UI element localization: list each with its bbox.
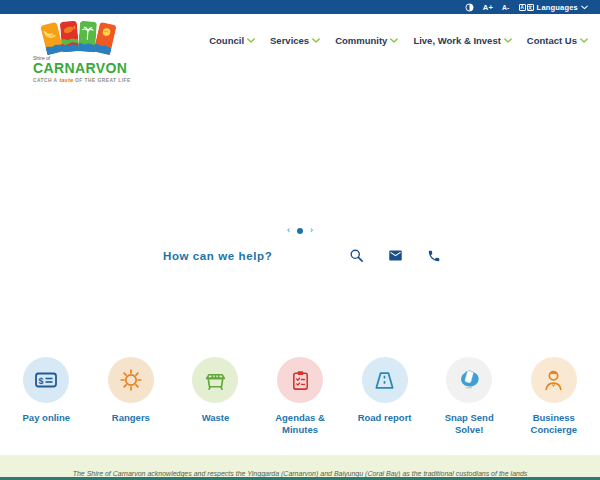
utility-bar: A+ A- A 文 Languages <box>0 0 600 14</box>
quicklink-snap-send-solve[interactable]: Snap Send Solve! <box>427 357 512 437</box>
translate-icon-left: A <box>519 4 526 11</box>
search-icon[interactable] <box>349 248 364 263</box>
snap-send-solve-icon <box>456 367 482 393</box>
agenda-clipboard-icon <box>289 369 312 392</box>
quicklink-label: Road report <box>358 412 412 424</box>
carousel-dot-active[interactable] <box>297 228 303 234</box>
logo-tagline: CATCH A taste OF THE GREAT LIFE <box>33 77 163 83</box>
email-icon[interactable] <box>388 248 403 263</box>
payment-card-icon: $ <box>34 368 58 392</box>
quicklink-label: Business Concierge <box>515 412 593 437</box>
chevron-down-icon <box>390 38 398 43</box>
quick-links-row: $ Pay online Rangers <box>0 357 600 437</box>
chevron-down-icon <box>504 38 512 43</box>
nav-item-community[interactable]: Community <box>335 35 398 46</box>
quicklink-circle <box>531 357 577 403</box>
main-navigation: Council Services Community Live, Work & … <box>209 35 588 46</box>
quicklink-circle <box>192 357 238 403</box>
quicklink-road-report[interactable]: Road report <box>342 357 427 437</box>
quicklink-label: Waste <box>202 412 230 424</box>
site-header: Shire of CARNARVON CATCH A taste OF THE … <box>0 14 600 95</box>
chevron-down-icon <box>312 38 320 43</box>
quicklink-label: Pay online <box>23 412 71 424</box>
sun-banner-icon <box>93 21 117 55</box>
help-icons <box>349 248 441 263</box>
nav-label: Services <box>270 35 309 46</box>
page: A+ A- A 文 Languages <box>0 0 600 480</box>
font-increase-button[interactable]: A+ <box>483 3 493 12</box>
quicklink-circle <box>446 357 492 403</box>
quicklink-rangers[interactable]: Rangers <box>89 357 174 437</box>
quicklink-circle <box>362 357 408 403</box>
quicklink-pay-online[interactable]: $ Pay online <box>4 357 89 437</box>
help-row: How can we help? <box>163 248 441 263</box>
quicklink-label: Snap Send Solve! <box>430 412 508 437</box>
quicklink-circle: $ <box>23 357 69 403</box>
concierge-person-icon <box>541 368 566 393</box>
tagline-script-word: taste <box>59 77 73 83</box>
chevron-down-icon <box>581 5 588 10</box>
translate-icon: A 文 <box>519 4 534 11</box>
nav-item-contact-us[interactable]: Contact Us <box>527 35 588 46</box>
contrast-toggle-button[interactable] <box>465 3 474 12</box>
tagline-post: OF THE GREAT LIFE <box>75 78 131 83</box>
font-decrease-button[interactable]: A- <box>502 4 510 11</box>
tagline-pre: CATCH A <box>33 78 57 83</box>
help-prompt: How can we help? <box>163 250 272 262</box>
quicklink-circle <box>108 357 154 403</box>
nav-label: Council <box>209 35 244 46</box>
nav-label: Contact Us <box>527 35 577 46</box>
acknowledgment-text: The Shire of Carnarvon acknowledges and … <box>0 470 600 477</box>
contrast-icon <box>465 3 474 12</box>
logo-name-text: CARNARVON <box>33 61 163 75</box>
ranger-badge-icon <box>119 368 143 392</box>
logo-banners-graphic <box>43 16 163 52</box>
nav-item-council[interactable]: Council <box>209 35 255 46</box>
carousel-controls: ‹ › <box>0 226 600 235</box>
road-icon <box>372 368 397 393</box>
svg-text:$: $ <box>39 376 44 386</box>
chevron-down-icon <box>580 38 588 43</box>
carousel-prev-button[interactable]: ‹ <box>287 226 290 235</box>
languages-button[interactable]: A 文 Languages <box>519 3 588 12</box>
quicklink-agendas-minutes[interactable]: Agendas & Minutes <box>258 357 343 437</box>
nav-item-live-work-invest[interactable]: Live, Work & Invest <box>413 35 511 46</box>
fish-banner-icon <box>60 20 80 52</box>
phone-icon[interactable] <box>427 249 441 263</box>
quicklink-waste[interactable]: Waste <box>173 357 258 437</box>
quicklink-circle <box>277 357 323 403</box>
chevron-down-icon <box>247 38 255 43</box>
carousel-next-button[interactable]: › <box>310 226 313 235</box>
site-logo[interactable]: Shire of CARNARVON CATCH A taste OF THE … <box>33 16 163 83</box>
quicklink-label: Agendas & Minutes <box>261 412 339 437</box>
quicklink-business-concierge[interactable]: Business Concierge <box>511 357 596 437</box>
hero-carousel: ‹ › How can we help? <box>0 95 600 355</box>
languages-label: Languages <box>537 3 578 12</box>
quicklink-label: Rangers <box>112 412 150 424</box>
footer: The Shire of Carnarvon acknowledges and … <box>0 455 600 480</box>
nav-label: Community <box>335 35 387 46</box>
nav-item-services[interactable]: Services <box>270 35 320 46</box>
nav-label: Live, Work & Invest <box>413 35 500 46</box>
translate-icon-right: 文 <box>527 4 534 11</box>
waste-bin-icon <box>203 368 228 393</box>
